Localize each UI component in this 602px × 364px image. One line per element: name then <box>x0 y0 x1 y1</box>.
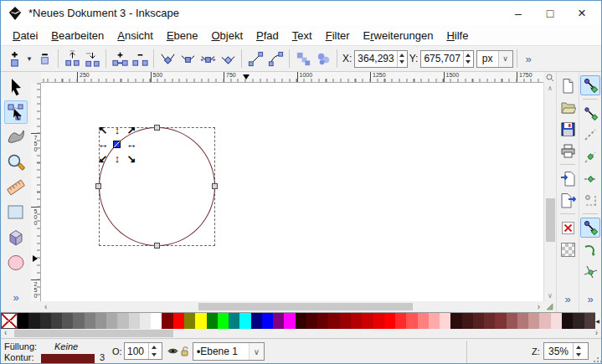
stroke-width-value[interactable]: 3 <box>100 352 105 362</box>
menu-item-hilfe[interactable]: Hilfe <box>440 27 475 44</box>
color-swatch[interactable] <box>273 313 284 329</box>
join-nodes-icon[interactable] <box>82 48 102 69</box>
color-swatch[interactable] <box>495 313 506 329</box>
close-button[interactable]: × <box>566 1 598 25</box>
color-swatch[interactable] <box>539 313 550 329</box>
layer-lock-icon[interactable] <box>180 346 190 356</box>
tool-3d-box[interactable] <box>4 226 28 249</box>
path-node-top[interactable] <box>154 125 160 131</box>
unit-select[interactable]: px ∨ <box>476 50 513 68</box>
swatch-none[interactable] <box>1 313 18 329</box>
tool-zoom[interactable] <box>4 151 28 174</box>
x-coordinate-spinbox[interactable]: 364,293 <box>354 50 407 68</box>
scroll-right-icon[interactable]: › <box>538 301 540 312</box>
open-document-button[interactable] <box>558 97 578 117</box>
snap-overflow-button[interactable]: » <box>582 293 598 305</box>
toolbox-overflow-button[interactable]: » <box>8 291 23 304</box>
node-smooth-icon[interactable] <box>178 48 198 69</box>
scroll-down-icon[interactable]: ∨ <box>544 292 556 300</box>
color-swatch[interactable] <box>51 313 62 329</box>
snap-to-paths-button[interactable] <box>580 239 600 259</box>
menu-item-objekt[interactable]: Objekt <box>204 27 250 44</box>
red-x-document-button[interactable] <box>558 218 578 238</box>
color-swatch[interactable] <box>395 313 406 329</box>
snap-enable-button[interactable] <box>580 75 600 95</box>
color-swatch[interactable] <box>129 313 140 329</box>
segment-curve-icon[interactable] <box>265 48 286 69</box>
tool-tweak[interactable] <box>4 126 28 149</box>
import-button[interactable] <box>558 168 578 188</box>
color-swatch[interactable] <box>484 313 495 329</box>
palette-scroll-thumb[interactable] <box>14 330 173 337</box>
path-node-right[interactable] <box>212 183 218 189</box>
color-swatch[interactable] <box>373 313 384 329</box>
color-swatch[interactable] <box>362 313 373 329</box>
color-swatch[interactable] <box>218 313 229 329</box>
new-document-button[interactable] <box>558 75 578 95</box>
scroll-left-icon[interactable]: ‹ <box>44 301 47 312</box>
color-swatch[interactable] <box>429 313 440 329</box>
fill-value[interactable]: Keine <box>54 341 78 351</box>
segment-line-icon[interactable] <box>245 48 265 69</box>
snap-bounding-box-button[interactable] <box>580 103 600 123</box>
zoom-spinbox[interactable]: 35% <box>543 342 589 360</box>
color-swatch[interactable] <box>28 313 39 329</box>
stroke-to-path-icon[interactable] <box>313 48 333 69</box>
color-swatch[interactable] <box>517 313 528 329</box>
tool-ellipse[interactable] <box>4 251 28 274</box>
color-swatch[interactable] <box>162 313 172 329</box>
snap-bbox-corners-button[interactable] <box>580 146 600 167</box>
insert-node-icon[interactable] <box>4 48 24 69</box>
window-resize-grip[interactable] <box>593 355 601 363</box>
menu-item-ebene[interactable]: Ebene <box>160 27 205 44</box>
color-swatch[interactable] <box>73 313 84 329</box>
save-document-button[interactable] <box>558 119 578 139</box>
path-node-left[interactable] <box>95 183 101 189</box>
toolbar-overflow-button[interactable]: » <box>521 53 537 65</box>
y-coordinate-value[interactable]: 675,707 <box>421 53 462 64</box>
menu-item-datei[interactable]: Datei <box>6 27 44 44</box>
minimize-button[interactable]: – <box>502 1 534 25</box>
color-swatch[interactable] <box>173 313 184 329</box>
node-auto-icon[interactable] <box>218 48 238 69</box>
color-swatch[interactable] <box>384 313 395 329</box>
color-swatch[interactable] <box>418 313 429 329</box>
opacity-value[interactable]: 100 <box>125 346 148 357</box>
insert-node-dropdown-icon[interactable]: ▾ <box>24 54 34 63</box>
menu-item-erweiterungen[interactable]: Erweiterungen <box>357 27 440 44</box>
vertical-scrollbar[interactable]: ∧ ∨ <box>543 83 556 301</box>
color-swatch[interactable] <box>195 313 206 329</box>
color-swatch[interactable] <box>562 313 573 329</box>
unit-dropdown-icon[interactable]: ∨ <box>498 51 512 67</box>
horizontal-scrollbar[interactable]: ‹ › <box>41 301 543 312</box>
ruler-zoom-corner[interactable] <box>543 72 556 83</box>
commands-overflow-button[interactable]: » <box>559 293 575 305</box>
delete-segment-icon[interactable] <box>130 48 150 69</box>
color-swatch[interactable] <box>462 313 473 329</box>
color-swatch[interactable] <box>284 313 295 329</box>
vertical-scroll-thumb[interactable] <box>546 198 555 242</box>
palette-scroll-right-icon[interactable]: › <box>595 328 598 337</box>
color-swatch[interactable] <box>306 313 317 329</box>
layer-visibility-icon[interactable] <box>167 346 178 356</box>
color-swatch[interactable] <box>207 313 218 329</box>
node-symmetric-icon[interactable] <box>198 48 218 69</box>
print-button[interactable] <box>558 141 578 161</box>
color-swatch[interactable] <box>328 313 339 329</box>
color-swatch[interactable] <box>106 313 117 329</box>
y-spinner[interactable] <box>463 51 473 67</box>
color-swatch[interactable] <box>262 313 273 329</box>
snap-nodes-button[interactable] <box>580 218 600 238</box>
color-swatch[interactable] <box>184 313 195 329</box>
color-swatch[interactable] <box>18 313 28 329</box>
color-swatch[interactable] <box>406 313 417 329</box>
color-swatch[interactable] <box>229 313 239 329</box>
node-corner-icon[interactable] <box>157 48 178 69</box>
x-spinner[interactable] <box>397 51 407 67</box>
horizontal-ruler[interactable]: 2505007501000125015001750 <box>41 72 543 83</box>
menu-item-filter[interactable]: Filter <box>319 27 357 44</box>
color-swatch[interactable] <box>296 313 306 329</box>
color-swatch[interactable] <box>85 313 95 329</box>
menu-item-ansicht[interactable]: Ansicht <box>111 27 160 44</box>
palette-more-icon[interactable]: ◀ <box>594 312 601 329</box>
